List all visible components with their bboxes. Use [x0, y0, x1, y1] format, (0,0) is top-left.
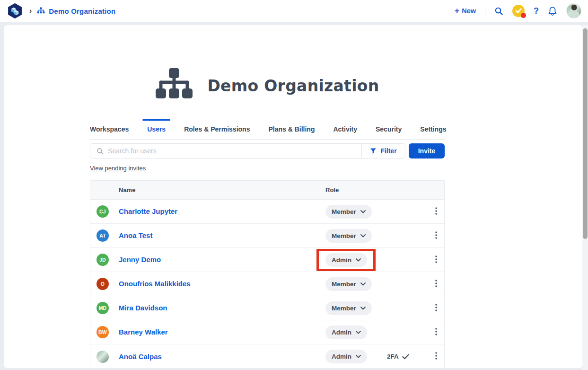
user-name-link[interactable]: Mira Davidson	[119, 304, 167, 312]
kebab-menu-button[interactable]	[432, 326, 440, 339]
table-row: BW Barney Walker Admin	[90, 320, 444, 344]
role-dropdown[interactable]: Admin	[325, 326, 367, 339]
tab-users[interactable]: Users	[147, 119, 166, 140]
table-row: MD Mira Davidson Member	[90, 296, 444, 320]
role-label: Admin	[332, 353, 351, 360]
user-name-link[interactable]: Anoa Test	[119, 231, 152, 239]
tab-roles-permissions[interactable]: Roles & Permissions	[184, 119, 250, 140]
table-header-row: Name Role	[90, 181, 444, 200]
tab-plans-billing[interactable]: Plans & Billing	[268, 119, 315, 140]
org-header: Demo Organization	[90, 68, 445, 104]
new-button[interactable]: + New	[455, 7, 476, 15]
filter-funnel-icon	[370, 148, 377, 154]
role-label: Admin	[332, 329, 351, 336]
role-label: Member	[332, 305, 356, 312]
avatar: CJ	[97, 205, 109, 218]
2fa-badge: 2FA	[387, 353, 428, 360]
role-label: Member	[332, 232, 356, 239]
scrollbar[interactable]	[582, 25, 588, 370]
help-button[interactable]: ?	[534, 6, 539, 16]
filter-button[interactable]: Filter	[362, 147, 405, 155]
table-row: O Onoufrios Malikkides Member	[90, 272, 444, 296]
avatar: O	[97, 278, 109, 290]
tab-settings[interactable]: Settings	[420, 119, 446, 140]
user-name-link[interactable]: Barney Walker	[119, 328, 168, 336]
tasks-status-button[interactable]	[512, 5, 525, 17]
kebab-icon	[435, 280, 437, 287]
search-input[interactable]	[108, 147, 361, 155]
app-logo[interactable]	[7, 2, 23, 19]
view-pending-invites-link[interactable]: View pending invites	[90, 165, 146, 172]
user-avatar[interactable]	[566, 3, 581, 18]
kebab-icon	[435, 231, 437, 239]
chevron-down-icon	[360, 307, 366, 310]
chevron-down-icon	[356, 258, 361, 262]
hexagon-logo-icon	[7, 2, 23, 19]
kebab-icon	[435, 207, 437, 215]
role-dropdown[interactable]: Member	[325, 301, 372, 315]
breadcrumb-org-link[interactable]: Demo Organization	[37, 7, 115, 15]
kebab-icon	[435, 255, 437, 263]
chevron-down-icon	[360, 210, 366, 213]
org-tabs: Workspaces Users Roles & Permissions Pla…	[90, 119, 445, 140]
red-highlight-annotation: Admin	[316, 249, 376, 271]
column-header-role: Role	[325, 186, 387, 194]
kebab-menu-button[interactable]	[432, 205, 440, 218]
kebab-icon	[435, 352, 437, 360]
nav-divider	[485, 6, 485, 16]
kebab-menu-button[interactable]	[432, 254, 440, 266]
kebab-menu-button[interactable]	[432, 350, 440, 363]
2fa-label: 2FA	[387, 353, 399, 360]
role-dropdown[interactable]: Admin	[325, 253, 367, 267]
user-name-link[interactable]: Jenny Demo	[119, 255, 161, 264]
tab-security[interactable]: Security	[376, 119, 402, 140]
filter-button-label: Filter	[380, 147, 396, 155]
notifications-button[interactable]	[548, 6, 557, 16]
search-icon	[97, 148, 104, 155]
kebab-menu-button[interactable]	[432, 229, 440, 242]
tab-workspaces[interactable]: Workspaces	[90, 119, 129, 140]
table-row: JD Jenny Demo Admin	[90, 248, 444, 272]
breadcrumb: › Demo Organization	[7, 2, 115, 19]
kebab-icon	[435, 328, 437, 335]
chevron-down-icon	[360, 282, 366, 286]
bell-icon	[548, 6, 557, 16]
avatar: AT	[97, 229, 109, 242]
kebab-menu-button[interactable]	[432, 278, 440, 291]
user-name-link[interactable]: Charlotte Jupyter	[119, 207, 177, 215]
new-button-label: New	[462, 7, 476, 15]
avatar-photo	[97, 351, 109, 363]
avatar: JD	[97, 254, 109, 266]
table-row: AT Anoa Test Member	[90, 224, 444, 248]
users-table: Name Role CJ Charlotte Jupyter Member AT	[90, 180, 445, 368]
chevron-down-icon	[360, 234, 366, 238]
chevron-down-icon	[356, 355, 361, 358]
check-icon	[402, 354, 409, 360]
page-card: Demo Organization Workspaces Users Roles…	[4, 25, 583, 368]
kebab-menu-button[interactable]	[432, 302, 440, 315]
role-dropdown[interactable]: Member	[325, 229, 372, 243]
table-row: Anoä Calpas Admin 2FA	[90, 344, 444, 368]
chevron-down-icon	[356, 331, 361, 334]
search-icon	[494, 7, 503, 16]
role-label: Admin	[332, 256, 351, 264]
breadcrumb-org-label: Demo Organization	[49, 7, 115, 15]
invite-button[interactable]: Invite	[409, 143, 445, 159]
role-dropdown[interactable]: Member	[325, 205, 372, 219]
tab-activity[interactable]: Activity	[333, 119, 357, 140]
role-label: Member	[332, 281, 356, 288]
plus-icon: +	[455, 7, 460, 15]
top-navigation-bar: › Demo Organization + New	[0, 0, 588, 22]
scrollbar-thumb[interactable]	[583, 28, 588, 239]
search-button[interactable]	[494, 7, 503, 16]
role-dropdown[interactable]: Admin	[325, 350, 367, 363]
search-filter-group: Filter	[90, 143, 405, 159]
org-sitemap-icon-large	[155, 68, 193, 104]
users-toolbar: Filter Invite	[90, 143, 445, 159]
role-dropdown[interactable]: Member	[325, 277, 372, 291]
user-name-link[interactable]: Onoufrios Malikkides	[119, 280, 191, 288]
breadcrumb-chevron-icon: ›	[29, 7, 32, 15]
notification-dot	[521, 13, 526, 18]
user-name-link[interactable]: Anoä Calpas	[119, 352, 162, 361]
avatar: MD	[97, 302, 109, 314]
